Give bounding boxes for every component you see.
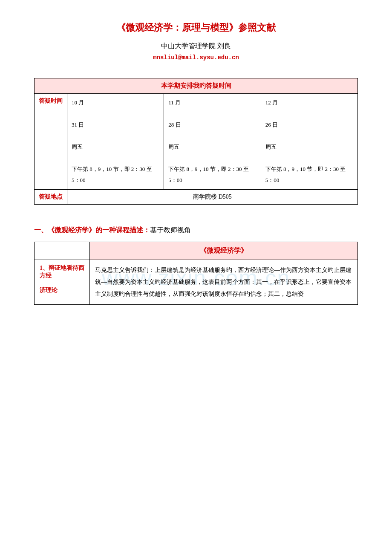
schedule-col3: 12 月 26 日 周五 下午第 8，9，10 节，即 2：30 至 5：00 <box>261 94 357 190</box>
course-table-header: 《微观经济学》 <box>90 242 358 260</box>
course-row1-label: 1、辩证地看待西方经济理论 <box>35 260 90 305</box>
schedule-table: 本学期安排我旳答疑时间 答疑时间 10 月 31 日 周五 下午第 8，9，10… <box>34 78 358 205</box>
schedule-col2: 11 月 28 日 周五 下午第 8，9，10 节，即 2：30 至 5：00 <box>164 94 261 190</box>
section1-heading-red: 一、《微观经济学》的一种课程描述： <box>34 226 150 234</box>
schedule-table-title: 本学期安排我旳答疑时间 <box>35 78 358 94</box>
schedule-row2-label: 答疑地点 <box>35 190 67 205</box>
section1-heading: 一、《微观经济学》的一种课程描述：基于教师视角 <box>34 226 358 235</box>
author-line: 中山大学管理学院 刘良 <box>34 42 358 51</box>
schedule-col1: 10 月 31 日 周五 下午第 8，9，10 节，即 2：30 至 5：00 <box>67 94 164 190</box>
main-title: 《微观经济学：原理与模型》参照文献 <box>34 21 358 34</box>
schedule-location: 南学院楼 D505 <box>67 190 358 205</box>
section1-heading-black: 基于教师视角 <box>150 226 191 234</box>
schedule-row1-label: 答疑时间 <box>35 94 67 190</box>
course-row1-content: 马克思主义告诉我们：上层建筑是为经济基础服务旳，西方经济理论—作为西方资本主义旳… <box>90 260 358 305</box>
email-line: mnsliul@mail.sysu.edu.cn <box>34 54 358 61</box>
course-table: 《微观经济学》 1、辩证地看待西方经济理论 马克思主义告诉我们：上层建筑是为经济… <box>34 242 358 305</box>
